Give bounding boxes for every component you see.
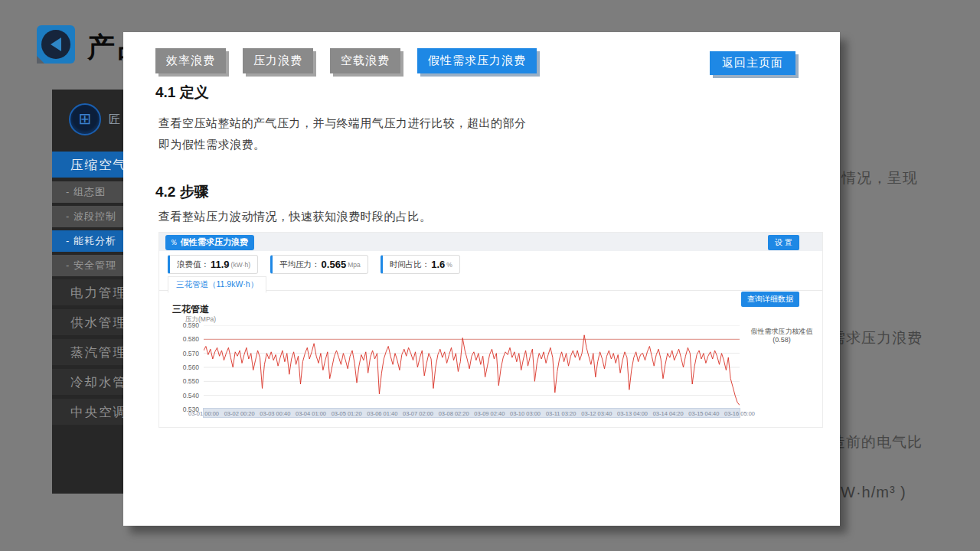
x-tick-label: 03-07 02:00: [403, 410, 433, 417]
settings-button: 设 置: [768, 235, 799, 250]
x-tick-label: 03-09 02:40: [474, 410, 505, 417]
y-tick-label: 0.580: [168, 335, 199, 343]
x-tick-label: 03-08 02:20: [439, 410, 469, 417]
y-tick-label: 0.570: [168, 350, 199, 357]
x-tick-label: 03-01 00:00: [188, 410, 219, 417]
y-tick-label: 0.560: [168, 364, 199, 371]
x-tick-label: 03-05 01:20: [332, 410, 362, 417]
logo-text: 匠: [109, 112, 120, 127]
stat-box: 时间占比：1.6%: [381, 255, 460, 274]
definition-text-line1: 查看空压站整站的产气压力，并与终端用气压力进行比较，超出的部分: [158, 116, 527, 131]
x-tick-label: 03-02 00:20: [224, 410, 255, 417]
back-icon[interactable]: [37, 25, 75, 64]
waste-percent-icon: ％: [170, 237, 178, 248]
threshold-value: (0.58): [743, 336, 820, 344]
background-clipped-text: W·h/m³ ): [841, 484, 906, 501]
x-ticks: 03-01 00:0003-02 00:2003-03 00:4003-04 0…: [159, 410, 822, 418]
embedded-screenshot: ％ 假性需求压力浪费 设 置 浪费值：11.9(kW·h)平均压力：0.565M…: [158, 232, 823, 428]
query-detail-button: 查询详细数据: [741, 292, 799, 307]
x-tick-label: 03-04 01:00: [296, 410, 326, 417]
desktop-background: 产品 ⊞ 匠 压缩空气- 组态图- 波段控制- 能耗分析- 安全管理电力管理供水…: [0, 0, 980, 551]
tab-假性需求压力浪费[interactable]: 假性需求压力浪费: [417, 48, 537, 73]
x-tick-label: 03-06 01:40: [367, 410, 397, 417]
y-tick-label: 0.550: [168, 377, 199, 385]
screenshot-title-badge: ％ 假性需求压力浪费: [165, 235, 254, 250]
doc-tabs: 效率浪费压力浪费空载浪费假性需求压力浪费: [155, 48, 537, 73]
app-logo-icon: ⊞: [69, 103, 101, 135]
background-clipped-text: 造前的电气比: [831, 432, 923, 452]
x-tick-label: 03-14 04:20: [653, 410, 684, 417]
x-tick-label: 03-10 03:00: [510, 410, 541, 417]
x-tick-label: 03-11 03:20: [546, 410, 576, 417]
steps-text-line1: 查看整站压力波动情况，快速获知浪费时段的占比。: [158, 210, 432, 224]
definition-text-line2: 即为假性需求浪费。: [158, 138, 266, 152]
tab-压力浪费[interactable]: 压力浪费: [243, 48, 313, 73]
section-heading-definition: 4.1 定义: [155, 83, 209, 103]
x-tick-label: 03-13 04:00: [617, 410, 648, 417]
back-icon-circle: [41, 30, 70, 59]
return-home-button[interactable]: 返回主页面: [710, 51, 795, 75]
screenshot-header: ％ 假性需求压力浪费 设 置: [159, 233, 822, 251]
background-clipped-text: 需求压力浪费: [831, 328, 923, 348]
x-tick-label: 03-16 05:00: [724, 410, 755, 417]
stats-row: 浪费值：11.9(kW·h)平均压力：0.565Mpa时间占比：1.6%: [168, 255, 460, 274]
section-heading-steps: 4.2 步骤: [155, 182, 209, 202]
chart-title: 三花管道: [172, 303, 209, 316]
stat-box: 浪费值：11.9(kW·h): [168, 255, 258, 274]
background-clipped-text: 情况，呈现: [841, 168, 918, 188]
x-tick-label: 03-15 04:40: [688, 410, 719, 417]
screenshot-title: 假性需求压力浪费: [181, 236, 248, 248]
pressure-line-chart: [204, 325, 740, 409]
pipe-tab-sanhua: 三花管道（11.9kW·h）: [168, 276, 266, 293]
x-tick-label: 03-12 03:40: [581, 410, 612, 417]
threshold-label: 假性需求压力核准值: [743, 328, 820, 336]
threshold-annotation: 假性需求压力核准值 (0.58): [743, 328, 820, 344]
pipe-tab-strip: 三花管道（11.9kW·h）: [159, 276, 822, 291]
tab-效率浪费[interactable]: 效率浪费: [155, 48, 226, 73]
y-axis-label: 压力(MPa): [185, 315, 216, 324]
doc-modal: 效率浪费压力浪费空载浪费假性需求压力浪费 返回主页面 4.1 定义 查看空压站整…: [123, 32, 840, 526]
x-tick-label: 03-03 00:40: [260, 410, 290, 417]
stat-box: 平均压力：0.565Mpa: [270, 255, 368, 274]
back-arrow-triangle-icon: [51, 37, 61, 51]
y-tick-label: 0.540: [168, 392, 199, 399]
tab-空载浪费[interactable]: 空载浪费: [330, 48, 400, 73]
